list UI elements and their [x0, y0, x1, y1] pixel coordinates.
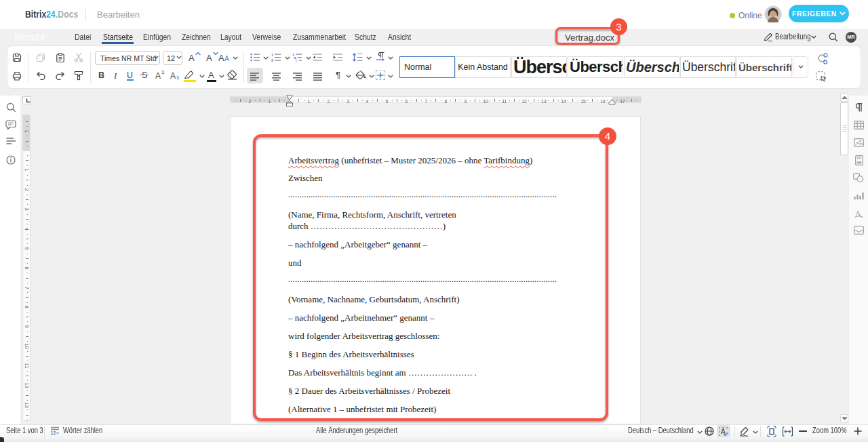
svg-text:i: i [296, 58, 297, 62]
svg-text:A: A [855, 209, 861, 217]
svg-text:12: 12 [51, 430, 56, 435]
svg-text:1: 1 [271, 53, 273, 57]
svg-text:2: 2 [271, 58, 273, 62]
svg-text:A: A [721, 428, 726, 435]
